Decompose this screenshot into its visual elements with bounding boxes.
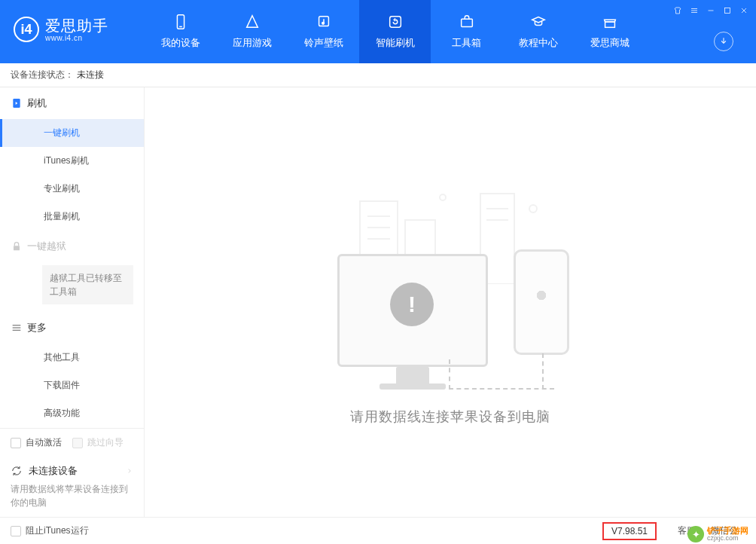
sidebar-item-download-firmware[interactable]: 下载固件 [0,371,144,399]
sidebar-group-flash[interactable]: 刷机 [0,87,144,119]
version-label: V7.98.51 [602,522,657,540]
sidebar-item-oneclick-flash[interactable]: 一键刷机 [0,119,144,147]
close-button[interactable] [736,5,751,17]
svg-rect-11 [725,8,730,14]
download-button[interactable] [714,32,733,51]
svg-rect-15 [14,246,20,250]
block-itunes-checkbox[interactable]: 阻止iTunes运行 [11,524,89,537]
apps-icon [244,14,261,30]
sidebar-item-pro-flash[interactable]: 专业刷机 [0,175,144,203]
nav-toolbox[interactable]: 工具箱 [431,0,502,63]
maximize-button[interactable] [720,5,735,17]
svg-rect-4 [389,17,401,28]
lock-icon [11,240,23,252]
device-status-row[interactable]: 未连接设备 [0,457,144,482]
window-controls [670,5,751,17]
nav-store[interactable]: 爱思商城 [574,0,645,63]
nav-tutorial[interactable]: 教程中心 [502,0,574,63]
skin-button[interactable] [670,5,685,17]
nav-my-device[interactable]: 我的设备 [145,0,216,63]
main-content: ! 请用数据线连接苹果设备到电脑 [145,87,756,517]
more-group-icon [11,322,23,334]
nav-flash[interactable]: 智能刷机 [359,0,431,63]
minimize-button[interactable] [703,5,718,17]
sidebar-item-batch-flash[interactable]: 批量刷机 [0,203,144,231]
sidebar-group-jailbreak: 一键越狱 [0,231,144,262]
svg-point-28 [440,194,446,200]
chevron-right-icon [126,467,133,475]
phone-icon [172,14,189,30]
logo-icon: i4 [14,17,39,42]
warning-icon: ! [390,283,434,326]
device-hint: 请用数据线将苹果设备连接到你的电脑 [0,482,144,517]
store-icon [602,14,618,30]
nav-ringtones[interactable]: 铃声壁纸 [288,0,359,63]
sidebar-group-more[interactable]: 更多 [0,312,144,344]
graduation-icon [530,14,547,30]
watermark: ✦ 铲子手游网 czjxjc.com [684,524,751,544]
skip-wizard-checkbox: 跳过向导 [72,436,123,449]
app-title: 爱思助手 [45,17,108,34]
svg-point-3 [322,22,324,24]
toolbox-icon [459,14,475,30]
refresh-icon [387,14,404,30]
app-logo: i4 爱思助手 www.i4.cn [0,0,122,42]
flash-group-icon [11,97,23,109]
sidebar-item-itunes-flash[interactable]: iTunes刷机 [0,147,144,175]
menu-button[interactable] [687,5,702,17]
music-icon [316,14,332,30]
watermark-icon: ✦ [687,526,704,542]
main-nav: 我的设备 应用游戏 铃声壁纸 智能刷机 工具箱 教程中心 爱思商城 [145,0,645,63]
svg-rect-5 [461,19,472,26]
auto-activate-checkbox[interactable]: 自动激活 [11,436,62,449]
status-label: 设备连接状态： [11,69,74,81]
app-subtitle: www.i4.cn [45,34,108,42]
sidebar-item-other-tools[interactable]: 其他工具 [0,344,144,371]
connection-status-bar: 设备连接状态： 未连接 [0,63,756,87]
svg-rect-6 [605,22,614,27]
svg-point-27 [529,205,537,212]
empty-state-illustration: ! [315,179,586,390]
sidebar-jailbreak-note: 越狱工具已转移至工具箱 [42,265,133,304]
nav-apps[interactable]: 应用游戏 [216,0,288,63]
sidebar: 刷机 一键刷机 iTunes刷机 专业刷机 批量刷机 一键越狱 越狱工具已转移至… [0,87,145,517]
title-bar: i4 爱思助手 www.i4.cn 我的设备 应用游戏 铃声壁纸 智能刷机 工具… [0,0,756,63]
sidebar-item-advanced[interactable]: 高级功能 [0,399,144,427]
refresh-device-icon [11,465,23,477]
footer-bar: 阻止iTunes运行 V7.98.51 客服 微信公 [0,517,756,544]
empty-state-text: 请用数据线连接苹果设备到电脑 [350,408,550,426]
status-value: 未连接 [77,69,104,81]
download-icon [718,36,729,47]
iphone-icon [514,249,569,355]
